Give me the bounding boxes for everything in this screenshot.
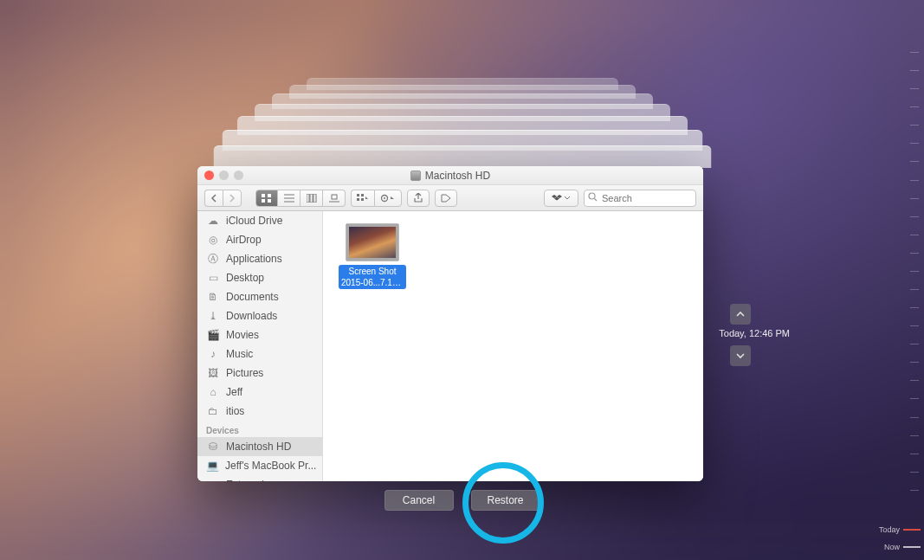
sidebar-item-label: Downloads (226, 310, 277, 322)
external-icon: ⧉ (206, 479, 220, 481)
apps-icon: Ⓐ (206, 252, 220, 267)
chevron-right-icon (229, 194, 236, 203)
grid-icon (262, 194, 272, 203)
sidebar-item-macintosh-hd[interactable]: ⛁Macintosh HD (197, 437, 322, 456)
view-list-button[interactable] (278, 190, 300, 207)
search-field[interactable] (584, 190, 696, 207)
pictures-icon: 🖼 (206, 367, 220, 379)
sidebar-item-music[interactable]: ♪Music (197, 344, 322, 364)
tag-icon (441, 194, 451, 203)
sidebar-item-home[interactable]: ⌂Jeff (197, 383, 322, 402)
timeline[interactable]: Today Now (898, 0, 924, 560)
forward-button[interactable] (223, 190, 242, 207)
view-icon-button[interactable] (255, 190, 278, 207)
arrange-button[interactable] (351, 190, 374, 207)
sidebar-item-documents[interactable]: 🗎Documents (197, 287, 322, 306)
cancel-button[interactable]: Cancel (384, 490, 454, 511)
sidebar-item-movies[interactable]: 🎬Movies (197, 325, 322, 344)
timeline-up-button[interactable] (730, 304, 751, 325)
sidebar-item-applications[interactable]: ⒶApplications (197, 249, 322, 268)
sidebar-item-pictures[interactable]: 🖼Pictures (197, 364, 322, 383)
titlebar[interactable]: Macintosh HD (197, 166, 703, 185)
columns-icon (307, 194, 317, 203)
svg-point-18 (589, 193, 595, 199)
action-button[interactable] (374, 190, 402, 207)
view-coverflow-button[interactable] (323, 190, 346, 207)
desktop-icon: ▭ (206, 272, 220, 284)
nav-buttons (204, 190, 242, 207)
sidebar-item-desktop[interactable]: ▭Desktop (197, 268, 322, 287)
timeline-today-label: Today (879, 525, 900, 534)
search-icon (588, 192, 598, 202)
sidebar-item-macbook[interactable]: 💻Jeff's MacBook Pr... (197, 456, 322, 475)
dropbox-icon (552, 194, 562, 203)
sidebar-item-folder[interactable]: 🗀itios (197, 402, 322, 421)
share-button[interactable] (407, 190, 430, 207)
toolbar (197, 185, 703, 211)
view-column-button[interactable] (300, 190, 323, 207)
hd-icon: ⛁ (206, 441, 220, 453)
sidebar-item-label: Desktop (226, 272, 264, 284)
search-input[interactable] (584, 190, 696, 207)
svg-rect-7 (307, 194, 309, 203)
home-icon: ⌂ (206, 386, 220, 398)
file-name-line2: 2015-06...7.11 PM (341, 277, 404, 288)
svg-rect-13 (361, 194, 364, 196)
window-title-text: Macintosh HD (425, 170, 490, 182)
sidebar-item-icloud[interactable]: ☁iCloud Drive (197, 211, 322, 230)
sidebar-devices-header: Devices (197, 421, 322, 437)
file-thumbnail (346, 223, 399, 261)
sidebar-item-label: External (226, 479, 264, 481)
svg-line-19 (595, 198, 598, 201)
sidebar-item-label: Jeff's MacBook Pr... (225, 460, 316, 472)
timeline-ticks (910, 52, 919, 491)
back-button[interactable] (204, 190, 223, 207)
sidebar-item-downloads[interactable]: ⤓Downloads (197, 306, 322, 325)
timeline-down-button[interactable] (730, 345, 751, 366)
arrange-icon (357, 194, 369, 203)
content-area[interactable]: Screen Shot 2015-06...7.11 PM (323, 211, 703, 481)
music-icon: ♪ (206, 348, 220, 360)
timeline-now-marker[interactable]: Now (879, 543, 921, 551)
sidebar-item-label: iCloud Drive (226, 215, 282, 227)
icloud-icon: ☁ (206, 215, 220, 227)
annotation-circle (462, 462, 544, 544)
sidebar-item-label: Documents (226, 291, 279, 303)
sidebar: ☁iCloud Drive ◎AirDrop ⒶApplications ▭De… (197, 211, 323, 481)
svg-rect-3 (268, 199, 271, 203)
svg-rect-12 (357, 194, 359, 196)
view-switcher (255, 190, 346, 207)
finder-window: Macintosh HD (197, 166, 703, 481)
laptop-icon: 💻 (206, 460, 219, 472)
sidebar-item-label: Macintosh HD (226, 441, 291, 453)
sidebar-item-label: itios (226, 405, 244, 417)
gear-icon (380, 194, 396, 203)
sidebar-item-label: Applications (226, 253, 282, 265)
svg-rect-14 (357, 198, 359, 201)
timeline-today-bar (903, 529, 921, 531)
file-name-line1: Screen Shot (341, 266, 404, 277)
list-icon (284, 194, 294, 203)
timeline-now-bar (903, 546, 921, 548)
share-icon (413, 193, 423, 203)
chevron-down-icon (736, 351, 745, 360)
chevron-left-icon (210, 194, 217, 203)
airdrop-icon: ◎ (206, 234, 220, 246)
svg-point-17 (384, 197, 385, 199)
svg-rect-1 (268, 194, 271, 197)
sidebar-item-label: Music (226, 348, 253, 360)
tags-button[interactable] (435, 190, 457, 207)
chevron-down-icon (564, 194, 571, 203)
documents-icon: 🗎 (206, 291, 220, 303)
file-item[interactable]: Screen Shot 2015-06...7.11 PM (339, 223, 406, 292)
svg-rect-8 (310, 194, 313, 203)
timeline-today-marker[interactable]: Today (879, 525, 921, 534)
sidebar-item-label: Pictures (226, 367, 263, 379)
file-label: Screen Shot 2015-06...7.11 PM (339, 265, 406, 289)
sidebar-item-external[interactable]: ⧉External (197, 475, 322, 481)
svg-rect-10 (332, 195, 337, 199)
sidebar-item-label: AirDrop (226, 234, 262, 246)
sidebar-item-airdrop[interactable]: ◎AirDrop (197, 230, 322, 249)
current-snapshot-label: Today, 12:46 PM (719, 328, 790, 338)
dropbox-button[interactable] (544, 190, 578, 207)
